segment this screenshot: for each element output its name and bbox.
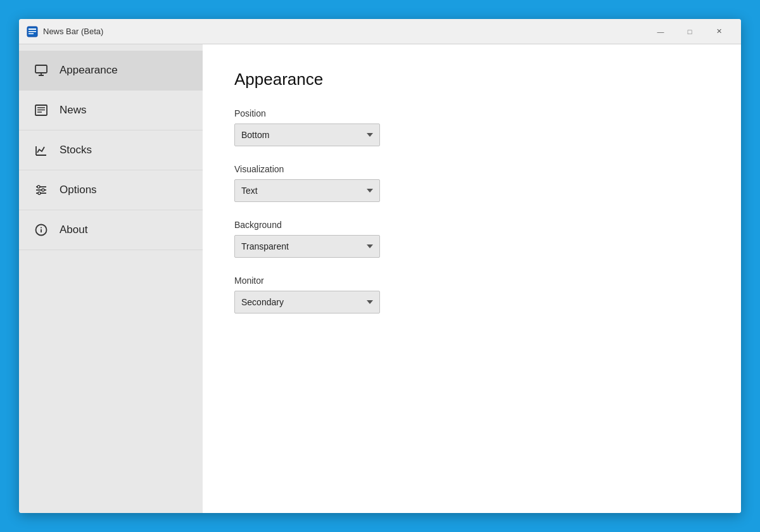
sidebar-item-appearance-label: Appearance (60, 64, 118, 77)
svg-point-16 (42, 189, 44, 191)
position-label: Position (234, 108, 709, 118)
position-select[interactable]: Bottom Top Left Right (234, 124, 380, 146)
svg-rect-4 (35, 65, 47, 73)
maximize-button[interactable]: □ (675, 22, 704, 42)
svg-point-18 (38, 192, 41, 194)
sidebar-item-options-label: Options (60, 184, 97, 196)
monitor-group: Monitor Secondary Primary All (234, 276, 709, 314)
sidebar-item-news-label: News (60, 104, 87, 117)
svg-rect-2 (28, 31, 36, 32)
background-label: Background (234, 220, 709, 230)
sidebar-item-news[interactable]: News (19, 91, 203, 130)
svg-point-21 (41, 227, 42, 229)
news-icon (33, 102, 49, 118)
close-button[interactable]: ✕ (704, 22, 733, 42)
sidebar-item-options[interactable]: Options (19, 170, 203, 210)
visualization-label: Visualization (234, 164, 709, 174)
app-icon (27, 26, 38, 37)
options-icon (33, 182, 49, 198)
main-content: Appearance News (19, 44, 741, 513)
svg-rect-3 (28, 33, 34, 34)
content-panel: Appearance Position Bottom Top Left Righ… (203, 44, 741, 513)
sidebar-item-appearance[interactable]: Appearance (19, 51, 203, 91)
app-window: News Bar (Beta) — □ ✕ Appearance (19, 19, 741, 513)
window-controls: — □ ✕ (646, 22, 733, 42)
monitor-select[interactable]: Secondary Primary All (234, 291, 380, 314)
monitor-icon (33, 62, 49, 79)
visualization-select[interactable]: Text Ticker Cards (234, 179, 380, 202)
svg-rect-1 (28, 28, 36, 30)
monitor-label: Monitor (234, 276, 709, 286)
sidebar-item-stocks-label: Stocks (60, 144, 92, 156)
sidebar: Appearance News (19, 44, 203, 513)
window-title: News Bar (Beta) (43, 27, 646, 36)
stocks-icon (33, 142, 49, 158)
svg-point-14 (37, 186, 40, 188)
position-group: Position Bottom Top Left Right (234, 108, 709, 146)
page-title: Appearance (234, 70, 709, 89)
about-icon (33, 222, 49, 238)
minimize-button[interactable]: — (646, 22, 675, 42)
title-bar: News Bar (Beta) — □ ✕ (19, 19, 741, 44)
sidebar-item-about[interactable]: About (19, 210, 203, 250)
background-select[interactable]: Transparent Light Dark (234, 235, 380, 258)
background-group: Background Transparent Light Dark (234, 220, 709, 258)
sidebar-item-stocks[interactable]: Stocks (19, 130, 203, 170)
sidebar-item-about-label: About (60, 224, 87, 236)
visualization-group: Visualization Text Ticker Cards (234, 164, 709, 202)
